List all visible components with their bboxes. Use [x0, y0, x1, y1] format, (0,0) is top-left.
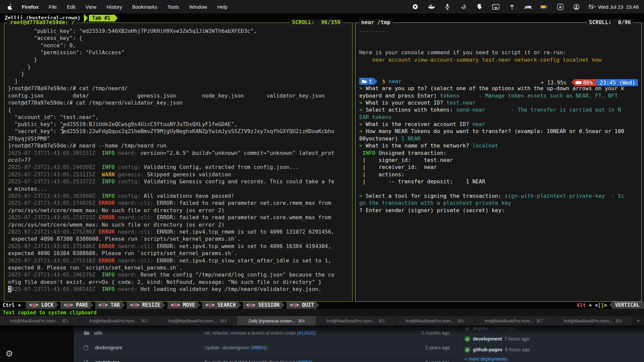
file-icon — [84, 345, 90, 350]
terminal-line: 2025-07-23T21:43:05.300143Z INFO neard: … — [8, 286, 351, 293]
file-name[interactable]: utils — [94, 330, 205, 336]
terminal-line — [359, 63, 640, 70]
pointer-icon[interactable] — [476, 3, 483, 10]
terminal-line: > Select actions with tokens: send-near … — [359, 106, 640, 113]
terminal-line: } — [8, 63, 351, 70]
terminal-line: eyboard and press Enter) tokens - Manage… — [359, 92, 640, 99]
powerline-arrow-icon — [84, 14, 88, 22]
terminal-line — [359, 70, 640, 77]
terminal-line: /proc/sys/net/core/wmem_max: No such fil… — [8, 221, 351, 228]
deployment-row[interactable]: github-pages6 hours ago — [465, 345, 530, 354]
deployment-row[interactable]: development7 hours ago — [465, 334, 529, 344]
file-name[interactable]: .gitattributes — [94, 360, 205, 362]
app-tab-5[interactable]: frol@MacBookPro.hom...⌘5 — [316, 316, 395, 325]
app-tab-1[interactable]: frol@MacBookPro.hom...⌘1 — [0, 316, 79, 325]
input-source-icon[interactable]: A — [556, 3, 564, 10]
terminal-line: nfig file doesn't exist. err=Os { code: … — [8, 279, 351, 286]
repo-file-row[interactable]: .gitattributesfix: exclude test WebAssem… — [74, 356, 456, 362]
record-icon[interactable] — [412, 3, 419, 10]
hint-quit: <q> QUIT — [286, 302, 316, 309]
pr-link[interactable]: #8868 — [298, 360, 311, 362]
menu-item-history[interactable]: History — [106, 4, 122, 10]
menu-item-tools[interactable]: Tools — [167, 4, 179, 10]
terminal-line: 00yoctonear) 1 NEAR — [359, 135, 640, 142]
menubar-clock[interactable]: Wed Jul 23 23:46 — [598, 4, 639, 10]
menu-item-view[interactable]: View — [86, 4, 96, 10]
menu-item-file[interactable]: File — [49, 4, 57, 10]
app-tab-6[interactable]: frol@MacBookPro.hom...⌘6 — [395, 316, 474, 325]
clipboard-notification: Text copied to system clipboard — [3, 310, 97, 316]
terminal-line: > Select a tool for signing the transact… — [359, 192, 640, 199]
app-tab-4[interactable]: Zellij (hysterical-crown...⌘4 — [237, 316, 316, 325]
menu-item-firefox[interactable]: Firefox — [22, 4, 39, 10]
terminal-line: 2025-07-23T21:43:05.205151Z INFO neard: … — [8, 149, 351, 157]
hint-search: <s> SEARCH — [202, 302, 237, 309]
terminal-line: | signer_id: test.near — [359, 157, 640, 164]
terminal-line: "public_key": "ed25519:BJiUdkZeQCwsg9s4U… — [8, 121, 351, 128]
bed-icon[interactable] — [524, 3, 532, 10]
commit-message[interactable]: fix: exclude test WebAssembly from lingu… — [205, 360, 399, 362]
window-switch-icon[interactable] — [492, 3, 499, 10]
terminal-line: "access_key": { — [8, 35, 351, 42]
row-divider — [74, 339, 456, 339]
terminal-line — [359, 185, 640, 192]
svg-text:A: A — [559, 5, 561, 9]
gear-icon[interactable]: ⚙ — [5, 349, 13, 359]
terminal-pane-left[interactable]: root@d778a97e59de: / SCROLL: 96/359 "pub… — [4, 22, 353, 302]
menu-item-help[interactable]: Help — [217, 4, 227, 10]
terminal-line: --------- — [359, 27, 640, 35]
terminal-line: | actions: — [359, 171, 640, 178]
pr-link[interactable]: #13533 — [299, 330, 314, 336]
repo-file-row[interactable]: .dockerignoreUpdate .dockerignore (#8651… — [74, 342, 456, 354]
deployment-name[interactable]: development — [473, 336, 502, 342]
terminal-line: "public_key": "ed25519:546XB2oHhj7PzUKHi… — [8, 27, 351, 35]
hint-tab: <t> TAB — [95, 302, 122, 309]
new-tab-button[interactable]: + — [633, 316, 644, 325]
microphone-icon[interactable] — [444, 3, 451, 10]
deployment-age: 7 hours ago — [504, 336, 529, 342]
app-tab-3[interactable]: frol@MacBookPro.hom...⌘3 — [158, 316, 237, 325]
commit-age: 2 years ago — [399, 360, 450, 362]
battery-icon[interactable] — [540, 3, 548, 10]
terminal-line: config.json data/ genesis.json node_key.… — [8, 92, 351, 99]
menu-item-window[interactable]: Window — [189, 4, 207, 10]
terminal-line: 2025-07-23T21:43:05.275286Z ERROR neard:… — [8, 228, 351, 235]
terminal-line: /proc/sys/net/core/rmem_max: No such fil… — [8, 207, 351, 214]
time-segment: 23:45 (Wed) — [598, 79, 638, 86]
toggles-icon[interactable] — [589, 3, 596, 10]
terminal-line: EAR tokens — [359, 114, 640, 121]
deployment-row[interactable]: deploy4 hours ago — [465, 323, 516, 333]
terminal-line: ] — [8, 78, 351, 85]
terminal-line: 2025-07-23T21:43:05.274723Z ERROR neard:… — [8, 214, 351, 221]
hint-move: <h> MOVE — [167, 302, 197, 309]
deployments-sidebar: deploy4 hours agodevelopment7 hours agog… — [457, 325, 644, 362]
terminal-line: INFO Unsigned transaction: — [359, 149, 640, 157]
command-duration: + 13.95s — [541, 79, 567, 86]
repo-file-row[interactable]: utilsnit: refactor: remove a bunch of ex… — [74, 327, 456, 339]
hint-resize: <n> RESIZE — [127, 302, 162, 309]
menu-item-bookmarks[interactable]: Bookmarks — [132, 4, 157, 10]
terminal-pane-right[interactable]: near /tmp SCROLL: 0/96 ---------Here is … — [355, 22, 642, 302]
menu-item-edit[interactable]: Edit — [67, 4, 75, 10]
branch-icon[interactable] — [508, 3, 516, 10]
pr-link[interactable]: #8651 — [252, 345, 265, 350]
terminal-line: near account view-account-summary test.n… — [359, 56, 640, 63]
check-icon — [465, 336, 470, 342]
docker-icon[interactable] — [428, 3, 435, 10]
app-tab-2[interactable]: frol@MacBookPro.hom...⌘2 — [79, 316, 158, 325]
account-icon[interactable] — [573, 3, 580, 10]
menubar-status-icons: A — [412, 3, 596, 10]
file-name[interactable]: .dockerignore — [94, 345, 205, 350]
scroll-indicator-left: SCROLL: 96/359 — [290, 19, 343, 25]
deployment-name[interactable]: deploy — [473, 325, 488, 331]
terminal-line: 2025-07-23T21:43:05.296270Z INFO neard: … — [8, 271, 351, 278]
more-deployments-link[interactable]: + more deployments — [465, 356, 507, 362]
apple-icon[interactable] — [7, 3, 13, 10]
deployment-name[interactable]: github-pages — [473, 347, 502, 352]
app-tab-8[interactable]: frol@MacBookPro.hom...⌘8 — [553, 316, 632, 325]
commit-message[interactable]: nit: refactor: remove a bunch of extern … — [205, 330, 399, 336]
zellij-tab-1[interactable]: Tab #1 — [89, 15, 114, 21]
commit-message[interactable]: Update .dockerignore (#8651) — [205, 345, 399, 350]
spiral-icon[interactable] — [460, 3, 467, 10]
keybind-hints: <g> LOCK<p> PANE<t> TAB<n> RESIZE<h> MOV… — [21, 302, 316, 309]
